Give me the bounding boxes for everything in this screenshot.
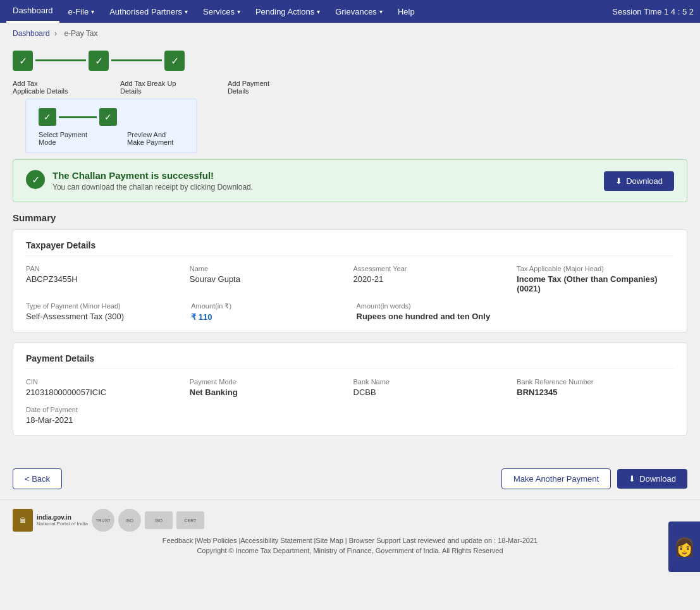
- payment-type-label: Type of Payment (Minor Head): [26, 302, 185, 310]
- nav-efile[interactable]: e-File ▾: [62, 0, 101, 23]
- name-label: Name: [190, 265, 347, 272]
- breadcrumb-current: e-Pay Tax: [64, 29, 97, 38]
- assistant-avatar: 👩: [673, 537, 696, 558]
- grievances-chevron-icon: ▾: [379, 8, 383, 15]
- breadcrumb-home[interactable]: Dashboard: [13, 29, 50, 38]
- payment-type-value: Self-Assessment Tax (300): [26, 312, 185, 321]
- tax-applicable-label: Tax Applicable (Major Head): [517, 265, 674, 272]
- step-3: ✓: [164, 51, 185, 71]
- cin-label: CIN: [26, 378, 183, 386]
- taxpayer-fields-row1: PAN ABCPZ3455H Name Sourav Gupta Assessm…: [26, 265, 674, 293]
- field-payment-mode: Payment Mode Net Banking: [190, 378, 347, 397]
- success-banner: ✓ The Challan Payment is successful! You…: [13, 159, 687, 202]
- step-line-2: [109, 59, 164, 61]
- payment-mode-value: Net Banking: [190, 387, 347, 397]
- step-2-label: Add Tax Break Up Details: [120, 80, 177, 95]
- field-amount-rs: Amount(in ₹) ₹ 110: [191, 302, 350, 322]
- back-button[interactable]: < Back: [13, 468, 62, 489]
- make-another-payment-button[interactable]: Make Another Payment: [501, 468, 611, 489]
- authorised-chevron-icon: ▾: [185, 8, 188, 15]
- amount-words-label: Amount(in words): [357, 302, 675, 310]
- amount-words-value: Rupees one hundred and ten Only: [357, 312, 675, 321]
- payment-fields-row1: CIN 21031800000057ICIC Payment Mode Net …: [26, 378, 674, 397]
- success-text: The Challan Payment is successful! You c…: [52, 170, 253, 192]
- breadcrumb: Dashboard › e-Pay Tax: [0, 23, 700, 44]
- pan-value: ABCPZ3455H: [26, 274, 183, 284]
- field-amount-words: Amount(in words) Rupees one hundred and …: [357, 302, 675, 322]
- nav-authorised-partners[interactable]: Authorised Partners ▾: [103, 0, 194, 23]
- field-payment-type: Type of Payment (Minor Head) Self-Assess…: [26, 302, 185, 322]
- payment-card-title: Payment Details: [26, 353, 674, 369]
- nav-dashboard[interactable]: Dashboard: [6, 0, 59, 23]
- field-cin: CIN 21031800000057ICIC: [26, 378, 183, 397]
- inner-step-row: ✓ ✓: [39, 108, 184, 126]
- step-1: ✓: [13, 51, 33, 71]
- breadcrumb-separator: ›: [54, 29, 57, 38]
- field-bank-ref: Bank Reference Number BRN12345: [517, 378, 674, 397]
- field-name: Name Sourav Gupta: [190, 265, 347, 293]
- nav-services[interactable]: Services ▾: [197, 0, 247, 23]
- bottom-download-icon: ⬇: [629, 474, 636, 484]
- navbar: Dashboard e-File ▾ Authorised Partners ▾…: [0, 0, 700, 23]
- stepper: ✓ ✓ ✓ Add Tax Applicable Details Add Tax…: [13, 51, 687, 153]
- footer-logos: 🏛 india.gov.in National Portal of India …: [13, 509, 204, 532]
- payment-mode-label: Payment Mode: [190, 378, 347, 386]
- session-time: Session Time 1 4 : 5 2: [612, 7, 694, 16]
- main-content: ✓ ✓ ✓ Add Tax Applicable Details Add Tax…: [0, 44, 700, 458]
- pending-chevron-icon: ▾: [317, 8, 320, 15]
- step-2-icon: ✓: [89, 51, 109, 71]
- step-1-icon: ✓: [13, 51, 33, 71]
- bank-ref-value: BRN12345: [517, 387, 674, 397]
- nav-grievances[interactable]: Grievances ▾: [329, 0, 389, 23]
- india-gov-text-block: india.gov.in National Portal of India: [37, 514, 88, 527]
- stepper-labels: Add Tax Applicable Details Add Tax Break…: [13, 77, 687, 95]
- footer: 🏛 india.gov.in National Portal of India …: [0, 499, 700, 561]
- inner-step-labels: Select Payment Mode Preview And Make Pay…: [39, 128, 184, 146]
- step-3-icon: ✓: [164, 51, 185, 71]
- name-value: Sourav Gupta: [190, 274, 347, 284]
- inner-step-2-label: Preview And Make Payment: [127, 131, 184, 146]
- taxpayer-details-card: Taxpayer Details PAN ABCPZ3455H Name Sou…: [13, 229, 687, 332]
- inner-step-1-label: Select Payment Mode: [39, 131, 89, 146]
- inner-step-2-icon: ✓: [99, 108, 117, 126]
- bottom-bar: < Back Make Another Payment ⬇ Download: [0, 458, 700, 499]
- cin-value: 21031800000057ICIC: [26, 387, 183, 397]
- assistant-character[interactable]: 👩: [668, 522, 700, 561]
- logo-cert1: ISO: [118, 509, 141, 532]
- footer-copyright: Copyright © Income Tax Department, Minis…: [13, 547, 687, 554]
- nav-pending-actions[interactable]: Pending Actions ▾: [249, 0, 326, 23]
- tax-applicable-value: Income Tax (Other than Companies) (0021): [517, 274, 674, 293]
- banner-download-button[interactable]: ⬇ Download: [604, 171, 674, 191]
- assessment-year-label: Assessment Year: [353, 265, 511, 272]
- taxpayer-fields-row2: Type of Payment (Minor Head) Self-Assess…: [26, 302, 674, 322]
- bank-name-label: Bank Name: [353, 378, 511, 386]
- success-subtitle: You can download the challan receipt by …: [52, 183, 253, 192]
- payment-details-card: Payment Details CIN 21031800000057ICIC P…: [13, 343, 687, 436]
- footer-links: Feedback |Web Policies |Accessibility St…: [13, 537, 687, 544]
- amount-rs-value: ₹ 110: [191, 312, 350, 322]
- step-3-label: Add Payment Details: [228, 80, 285, 95]
- amount-rs-label: Amount(in ₹): [191, 302, 350, 310]
- step-line-1: [33, 59, 89, 61]
- pan-label: PAN: [26, 265, 183, 272]
- download-icon: ⬇: [615, 176, 622, 186]
- step-1-label: Add Tax Applicable Details: [13, 80, 70, 95]
- date-payment-value: 18-Mar-2021: [26, 415, 674, 425]
- field-tax-applicable: Tax Applicable (Major Head) Income Tax (…: [517, 265, 674, 293]
- field-date-of-payment: Date of Payment 18-Mar-2021: [26, 406, 674, 425]
- field-assessment-year: Assessment Year 2020-21: [353, 265, 511, 293]
- payment-fields-row2: Date of Payment 18-Mar-2021: [26, 406, 674, 425]
- assessment-year-value: 2020-21: [353, 274, 511, 284]
- emblem-icon: 🏛: [13, 509, 33, 532]
- inner-step-1-icon: ✓: [39, 108, 56, 126]
- logo-trustmark: TRUST: [92, 509, 114, 532]
- nav-help[interactable]: Help: [391, 0, 421, 23]
- services-chevron-icon: ▾: [237, 8, 240, 15]
- efile-chevron-icon: ▾: [91, 8, 94, 15]
- india-gov-logo: 🏛: [13, 509, 33, 532]
- bank-ref-label: Bank Reference Number: [517, 378, 674, 386]
- step-2: ✓: [89, 51, 109, 71]
- logo-cert2: ISO: [145, 511, 173, 529]
- bottom-download-button[interactable]: ⬇ Download: [617, 469, 687, 489]
- stepper-top: ✓ ✓ ✓: [13, 51, 687, 71]
